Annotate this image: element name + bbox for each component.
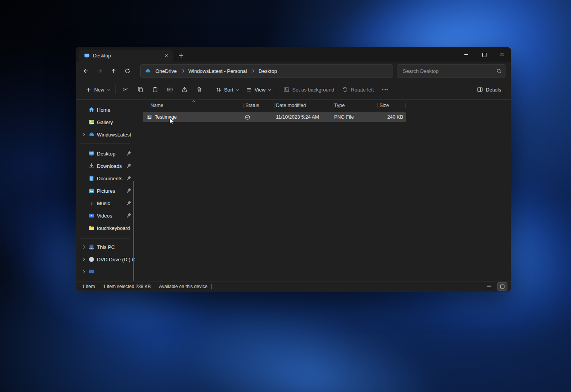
expand-chevron-icon[interactable]	[81, 271, 86, 273]
toolbar-divider	[116, 85, 116, 94]
pictures-icon	[88, 188, 95, 194]
details-view-icon	[486, 284, 492, 289]
breadcrumb-windowslatest-personal[interactable]: WindowsLatest - Personal	[187, 67, 248, 75]
delete-button[interactable]	[192, 83, 206, 96]
sidebar-item-dvd-drive[interactable]: DVD Drive (D:) C	[77, 253, 135, 266]
new-button[interactable]: New	[82, 83, 113, 96]
view-button[interactable]: View	[243, 83, 274, 96]
sync-status-check-icon	[245, 114, 250, 120]
breadcrumb-chevron-icon[interactable]	[252, 70, 254, 72]
file-row-testimage[interactable]: Testimage 11/10/2023 5:24 AM PNG File 24…	[143, 112, 406, 122]
file-name-cell: Testimage	[143, 114, 243, 120]
image-icon	[283, 86, 290, 93]
expand-chevron-icon[interactable]	[81, 246, 86, 248]
chevron-down-icon	[107, 87, 110, 90]
pin-icon	[125, 162, 133, 170]
column-header-type[interactable]: Type	[333, 100, 377, 111]
desktop-folder-icon	[84, 53, 90, 59]
sidebar-item-documents[interactable]: Documents	[77, 172, 135, 185]
sort-button-label: Sort	[224, 87, 233, 93]
copy-button[interactable]	[133, 83, 147, 96]
details-view-toggle[interactable]	[485, 283, 494, 290]
sidebar-item-touchkeyboard[interactable]: touchkeyboard	[77, 222, 135, 234]
column-header-date-modified[interactable]: Date modified	[274, 100, 333, 111]
status-divider	[211, 284, 212, 289]
maximize-icon	[482, 53, 486, 57]
item-count: 1 item	[82, 284, 95, 289]
toolbar-divider	[209, 85, 209, 94]
paste-button[interactable]	[148, 83, 162, 96]
sidebar-item-label: Pictures	[97, 188, 115, 194]
sidebar-item-label: Desktop	[97, 151, 116, 157]
sidebar-item-this-pc[interactable]: This PC	[77, 241, 135, 253]
onedrive-cloud-icon	[88, 131, 95, 138]
set-as-background-button[interactable]: Set as background	[280, 83, 338, 96]
status-divider	[155, 284, 155, 289]
command-toolbar: New ✂ Sor	[76, 80, 511, 100]
file-list-pane: Name Status Date modified Type Size Test…	[138, 100, 511, 281]
sidebar-item-windowslatest-onedrive[interactable]: WindowsLatest	[77, 128, 135, 141]
close-icon	[500, 52, 504, 57]
availability-status: Available on this device	[159, 284, 207, 289]
rotate-left-button[interactable]: Rotate left	[338, 83, 377, 96]
breadcrumb-chevron-icon[interactable]	[181, 70, 184, 72]
minimize-button[interactable]	[457, 47, 475, 62]
navigation-pane: Home Gallery WindowsLatest	[76, 100, 136, 281]
up-button[interactable]	[107, 65, 120, 77]
sidebar-item-gallery[interactable]: Gallery	[77, 116, 135, 128]
breadcrumb-desktop[interactable]: Desktop	[257, 67, 279, 75]
share-button[interactable]	[178, 83, 191, 96]
sidebar-item-label: Gallery	[97, 119, 113, 125]
gallery-icon	[88, 119, 95, 125]
network-icon	[88, 269, 95, 275]
folder-icon	[88, 225, 95, 231]
sidebar-item-pictures[interactable]: Pictures	[77, 185, 135, 197]
details-pane-icon	[477, 86, 483, 93]
column-header-size[interactable]: Size	[377, 100, 406, 111]
cut-button[interactable]: ✂	[119, 83, 133, 96]
sidebar-scrollbar[interactable]	[133, 181, 134, 281]
maximize-button[interactable]	[475, 47, 493, 62]
sidebar-item-music[interactable]: ♪ Music	[77, 197, 135, 209]
refresh-button[interactable]	[121, 65, 134, 77]
new-tab-button[interactable]	[176, 51, 186, 61]
toolbar-divider	[277, 85, 277, 94]
column-header-status[interactable]: Status	[243, 100, 274, 111]
expand-chevron-icon[interactable]	[81, 258, 86, 261]
details-button[interactable]: Details	[473, 83, 505, 96]
column-header-name[interactable]: Name	[143, 100, 243, 111]
png-file-icon	[146, 114, 152, 120]
back-button[interactable]	[79, 65, 92, 77]
tab-bar: Desktop	[76, 47, 511, 62]
rename-button[interactable]	[163, 83, 177, 96]
expand-chevron-icon[interactable]	[81, 133, 86, 136]
search-box	[397, 64, 505, 78]
pin-icon	[125, 187, 133, 195]
sidebar-item-downloads[interactable]: Downloads	[77, 160, 135, 172]
sidebar-item-desktop[interactable]: Desktop	[77, 147, 135, 160]
sidebar-item-home[interactable]: Home	[77, 104, 135, 116]
sort-icon	[216, 87, 221, 93]
cut-icon: ✂	[123, 86, 128, 93]
see-more-button[interactable]	[378, 83, 392, 96]
more-icon	[382, 89, 388, 90]
new-button-label: New	[94, 87, 104, 93]
tab-title: Desktop	[93, 53, 160, 59]
search-icon	[496, 68, 502, 74]
search-input[interactable]	[402, 68, 496, 74]
forward-button[interactable]	[93, 65, 106, 77]
breadcrumb-onedrive[interactable]: OneDrive	[154, 67, 178, 75]
sidebar-separator	[80, 143, 130, 143]
tab-desktop[interactable]: Desktop	[79, 50, 173, 62]
large-icons-view-toggle[interactable]	[498, 283, 507, 290]
sidebar-item-videos[interactable]: Videos	[77, 209, 135, 222]
sort-button[interactable]: Sort	[212, 83, 242, 96]
delete-icon	[196, 86, 202, 93]
address-bar[interactable]: OneDrive WindowsLatest - Personal Deskto…	[140, 64, 393, 78]
set-as-background-label: Set as background	[292, 87, 334, 93]
minimize-icon	[464, 54, 468, 55]
close-button[interactable]	[493, 47, 511, 62]
sidebar-item-clipped[interactable]	[77, 266, 135, 278]
sidebar-item-label: Videos	[97, 213, 112, 219]
tab-close-icon[interactable]	[163, 52, 170, 59]
